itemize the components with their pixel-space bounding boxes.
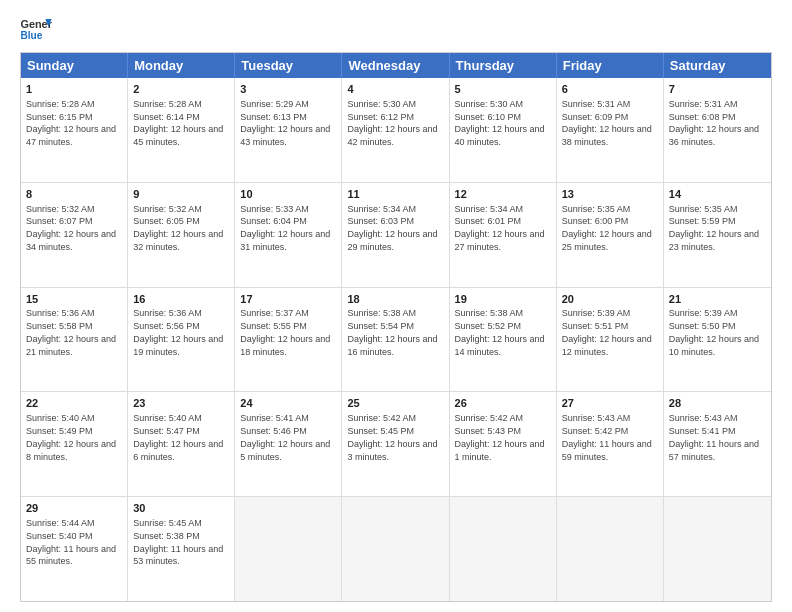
- day-cell-2: 2Sunrise: 5:28 AM Sunset: 6:14 PM Daylig…: [128, 78, 235, 182]
- day-info: Sunrise: 5:33 AM Sunset: 6:04 PM Dayligh…: [240, 204, 330, 252]
- day-number: 29: [26, 501, 122, 516]
- day-cell-28: 28Sunrise: 5:43 AM Sunset: 5:41 PM Dayli…: [664, 392, 771, 496]
- calendar-body: 1Sunrise: 5:28 AM Sunset: 6:15 PM Daylig…: [21, 78, 771, 601]
- day-cell-17: 17Sunrise: 5:37 AM Sunset: 5:55 PM Dayli…: [235, 288, 342, 392]
- day-info: Sunrise: 5:31 AM Sunset: 6:08 PM Dayligh…: [669, 99, 759, 147]
- day-number: 18: [347, 292, 443, 307]
- day-info: Sunrise: 5:43 AM Sunset: 5:41 PM Dayligh…: [669, 413, 759, 461]
- day-cell-8: 8Sunrise: 5:32 AM Sunset: 6:07 PM Daylig…: [21, 183, 128, 287]
- day-info: Sunrise: 5:35 AM Sunset: 6:00 PM Dayligh…: [562, 204, 652, 252]
- day-header-saturday: Saturday: [664, 53, 771, 78]
- day-number: 15: [26, 292, 122, 307]
- day-header-wednesday: Wednesday: [342, 53, 449, 78]
- day-number: 22: [26, 396, 122, 411]
- day-number: 27: [562, 396, 658, 411]
- day-number: 14: [669, 187, 766, 202]
- empty-cell: [557, 497, 664, 601]
- day-cell-30: 30Sunrise: 5:45 AM Sunset: 5:38 PM Dayli…: [128, 497, 235, 601]
- day-info: Sunrise: 5:43 AM Sunset: 5:42 PM Dayligh…: [562, 413, 652, 461]
- day-info: Sunrise: 5:44 AM Sunset: 5:40 PM Dayligh…: [26, 518, 116, 566]
- day-info: Sunrise: 5:39 AM Sunset: 5:51 PM Dayligh…: [562, 308, 652, 356]
- day-info: Sunrise: 5:38 AM Sunset: 5:52 PM Dayligh…: [455, 308, 545, 356]
- day-cell-13: 13Sunrise: 5:35 AM Sunset: 6:00 PM Dayli…: [557, 183, 664, 287]
- day-info: Sunrise: 5:35 AM Sunset: 5:59 PM Dayligh…: [669, 204, 759, 252]
- day-info: Sunrise: 5:40 AM Sunset: 5:49 PM Dayligh…: [26, 413, 116, 461]
- empty-cell: [664, 497, 771, 601]
- logo: General Blue: [20, 16, 52, 44]
- day-info: Sunrise: 5:32 AM Sunset: 6:05 PM Dayligh…: [133, 204, 223, 252]
- day-cell-14: 14Sunrise: 5:35 AM Sunset: 5:59 PM Dayli…: [664, 183, 771, 287]
- day-number: 1: [26, 82, 122, 97]
- day-number: 4: [347, 82, 443, 97]
- day-cell-23: 23Sunrise: 5:40 AM Sunset: 5:47 PM Dayli…: [128, 392, 235, 496]
- day-number: 6: [562, 82, 658, 97]
- calendar-row-0: 1Sunrise: 5:28 AM Sunset: 6:15 PM Daylig…: [21, 78, 771, 182]
- day-info: Sunrise: 5:45 AM Sunset: 5:38 PM Dayligh…: [133, 518, 223, 566]
- day-info: Sunrise: 5:34 AM Sunset: 6:01 PM Dayligh…: [455, 204, 545, 252]
- day-number: 19: [455, 292, 551, 307]
- day-number: 25: [347, 396, 443, 411]
- day-number: 28: [669, 396, 766, 411]
- logo-icon: General Blue: [20, 16, 52, 44]
- day-number: 23: [133, 396, 229, 411]
- day-info: Sunrise: 5:37 AM Sunset: 5:55 PM Dayligh…: [240, 308, 330, 356]
- day-info: Sunrise: 5:34 AM Sunset: 6:03 PM Dayligh…: [347, 204, 437, 252]
- day-info: Sunrise: 5:32 AM Sunset: 6:07 PM Dayligh…: [26, 204, 116, 252]
- day-info: Sunrise: 5:28 AM Sunset: 6:14 PM Dayligh…: [133, 99, 223, 147]
- day-number: 17: [240, 292, 336, 307]
- day-cell-9: 9Sunrise: 5:32 AM Sunset: 6:05 PM Daylig…: [128, 183, 235, 287]
- day-header-thursday: Thursday: [450, 53, 557, 78]
- day-cell-12: 12Sunrise: 5:34 AM Sunset: 6:01 PM Dayli…: [450, 183, 557, 287]
- day-number: 9: [133, 187, 229, 202]
- day-cell-24: 24Sunrise: 5:41 AM Sunset: 5:46 PM Dayli…: [235, 392, 342, 496]
- svg-text:Blue: Blue: [20, 30, 42, 41]
- day-cell-7: 7Sunrise: 5:31 AM Sunset: 6:08 PM Daylig…: [664, 78, 771, 182]
- day-cell-16: 16Sunrise: 5:36 AM Sunset: 5:56 PM Dayli…: [128, 288, 235, 392]
- day-cell-5: 5Sunrise: 5:30 AM Sunset: 6:10 PM Daylig…: [450, 78, 557, 182]
- day-header-sunday: Sunday: [21, 53, 128, 78]
- empty-cell: [450, 497, 557, 601]
- day-number: 26: [455, 396, 551, 411]
- day-number: 13: [562, 187, 658, 202]
- day-cell-3: 3Sunrise: 5:29 AM Sunset: 6:13 PM Daylig…: [235, 78, 342, 182]
- day-info: Sunrise: 5:42 AM Sunset: 5:43 PM Dayligh…: [455, 413, 545, 461]
- calendar-row-3: 22Sunrise: 5:40 AM Sunset: 5:49 PM Dayli…: [21, 391, 771, 496]
- day-cell-11: 11Sunrise: 5:34 AM Sunset: 6:03 PM Dayli…: [342, 183, 449, 287]
- day-info: Sunrise: 5:30 AM Sunset: 6:12 PM Dayligh…: [347, 99, 437, 147]
- day-info: Sunrise: 5:40 AM Sunset: 5:47 PM Dayligh…: [133, 413, 223, 461]
- day-cell-1: 1Sunrise: 5:28 AM Sunset: 6:15 PM Daylig…: [21, 78, 128, 182]
- day-number: 10: [240, 187, 336, 202]
- day-number: 11: [347, 187, 443, 202]
- calendar-row-2: 15Sunrise: 5:36 AM Sunset: 5:58 PM Dayli…: [21, 287, 771, 392]
- day-cell-29: 29Sunrise: 5:44 AM Sunset: 5:40 PM Dayli…: [21, 497, 128, 601]
- calendar-header: SundayMondayTuesdayWednesdayThursdayFrid…: [21, 53, 771, 78]
- day-number: 30: [133, 501, 229, 516]
- day-cell-15: 15Sunrise: 5:36 AM Sunset: 5:58 PM Dayli…: [21, 288, 128, 392]
- calendar-row-4: 29Sunrise: 5:44 AM Sunset: 5:40 PM Dayli…: [21, 496, 771, 601]
- day-cell-4: 4Sunrise: 5:30 AM Sunset: 6:12 PM Daylig…: [342, 78, 449, 182]
- day-cell-25: 25Sunrise: 5:42 AM Sunset: 5:45 PM Dayli…: [342, 392, 449, 496]
- day-cell-22: 22Sunrise: 5:40 AM Sunset: 5:49 PM Dayli…: [21, 392, 128, 496]
- day-header-friday: Friday: [557, 53, 664, 78]
- day-header-monday: Monday: [128, 53, 235, 78]
- day-header-tuesday: Tuesday: [235, 53, 342, 78]
- day-number: 24: [240, 396, 336, 411]
- header: General Blue: [20, 16, 772, 44]
- day-number: 21: [669, 292, 766, 307]
- day-info: Sunrise: 5:42 AM Sunset: 5:45 PM Dayligh…: [347, 413, 437, 461]
- calendar: SundayMondayTuesdayWednesdayThursdayFrid…: [20, 52, 772, 602]
- empty-cell: [342, 497, 449, 601]
- day-info: Sunrise: 5:38 AM Sunset: 5:54 PM Dayligh…: [347, 308, 437, 356]
- day-info: Sunrise: 5:36 AM Sunset: 5:56 PM Dayligh…: [133, 308, 223, 356]
- day-cell-18: 18Sunrise: 5:38 AM Sunset: 5:54 PM Dayli…: [342, 288, 449, 392]
- day-number: 2: [133, 82, 229, 97]
- day-cell-21: 21Sunrise: 5:39 AM Sunset: 5:50 PM Dayli…: [664, 288, 771, 392]
- day-info: Sunrise: 5:36 AM Sunset: 5:58 PM Dayligh…: [26, 308, 116, 356]
- day-number: 16: [133, 292, 229, 307]
- page: General Blue SundayMondayTuesdayWednesda…: [0, 0, 792, 612]
- day-info: Sunrise: 5:31 AM Sunset: 6:09 PM Dayligh…: [562, 99, 652, 147]
- day-cell-6: 6Sunrise: 5:31 AM Sunset: 6:09 PM Daylig…: [557, 78, 664, 182]
- day-info: Sunrise: 5:41 AM Sunset: 5:46 PM Dayligh…: [240, 413, 330, 461]
- day-number: 7: [669, 82, 766, 97]
- empty-cell: [235, 497, 342, 601]
